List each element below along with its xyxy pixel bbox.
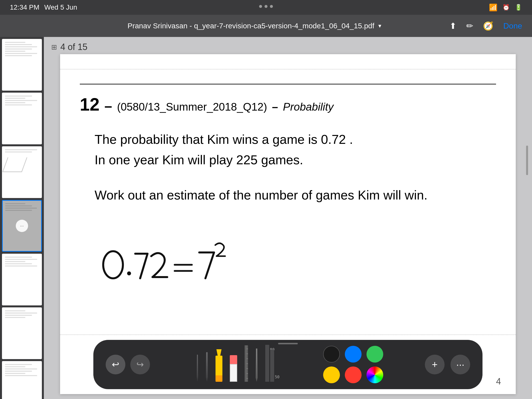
navigation-button[interactable]: 🧭 (483, 21, 493, 31)
thumb-line (5, 371, 32, 372)
status-left: 12:34 PM Wed 5 Jun (10, 3, 77, 11)
question-body: The probability that Kim wins a game is … (80, 129, 496, 170)
medium-pen-shape (206, 352, 208, 382)
sidebar-thumb-1[interactable] (2, 39, 42, 91)
title-chevron-icon[interactable]: ▾ (378, 22, 381, 29)
thumb-content-4: ··· (3, 201, 41, 251)
highlighter-body (216, 356, 222, 375)
thumb-lines-1 (5, 42, 39, 88)
title-bar: Pranav Srinivasan - q_year-7-revision-ca… (0, 15, 532, 37)
thumb-line (5, 315, 32, 316)
scale-ruler-tool[interactable]: 80 50 (265, 347, 274, 382)
dotted-line-top (60, 69, 516, 69)
eraser-tool[interactable] (230, 347, 237, 382)
svg-point-0 (103, 251, 123, 278)
pdf-page-number: 4 (496, 376, 501, 387)
answer-area (80, 225, 496, 289)
sidebar-thumb-2[interactable] (2, 93, 42, 144)
drag-handle[interactable] (278, 343, 298, 344)
thumb-dots-icon: ··· (16, 220, 28, 232)
ruler-mark (247, 378, 248, 379)
highlighter-tool[interactable] (216, 347, 222, 382)
task-text: Work out an estimate of the number of ga… (95, 185, 481, 205)
thumb-line (5, 259, 37, 260)
question-dash2: – (272, 101, 278, 113)
thumb-shape (2, 157, 27, 172)
highlighter-tip (216, 349, 222, 356)
color-black[interactable] (323, 346, 340, 363)
add-tool-button[interactable]: + (425, 355, 445, 374)
pdf-area: ⊞ 4 of 15 12 – (0580/13_Summer_2018_Q12)… (44, 37, 532, 399)
thumb-content-6 (2, 308, 41, 359)
ruler-mark (247, 354, 248, 354)
alarm-icon: ⏰ (502, 4, 510, 11)
thumb-line (5, 263, 32, 264)
thumb-line (5, 375, 37, 376)
sidebar-thumb-4[interactable]: ··· (2, 200, 42, 252)
color-row-1 (323, 346, 383, 363)
question-task: Work out an estimate of the number of ga… (80, 185, 496, 205)
thumb-content-5 (2, 254, 41, 305)
dot-1 (259, 5, 262, 8)
thumb-line (5, 364, 32, 365)
medium-pen-tool[interactable] (206, 347, 208, 382)
thumb-line (5, 49, 32, 50)
page-content: 12 – (0580/13_Summer_2018_Q12) – Probabi… (60, 69, 516, 304)
color-yellow[interactable] (323, 366, 340, 383)
scale-label-50: 50 (275, 375, 280, 379)
color-blue[interactable] (345, 346, 362, 363)
thumb-lines-2 (5, 96, 39, 141)
thumb-content-3 (2, 147, 41, 198)
date: Wed 5 Jun (44, 3, 77, 11)
thumb-line (5, 266, 37, 266)
eraser-top (230, 355, 237, 364)
sidebar-thumb-3[interactable] (2, 146, 42, 198)
done-button[interactable]: Done (503, 21, 522, 31)
thumb-content-2 (2, 93, 41, 144)
share-button[interactable]: ⬆ (449, 21, 456, 31)
title-center[interactable]: Pranav Srinivasan - q_year-7-revision-ca… (128, 22, 381, 30)
sidebar-thumb-5[interactable] (2, 254, 42, 305)
thumb-line (5, 366, 25, 367)
toolbar-right: + ··· (425, 355, 470, 374)
highlighter-cap (216, 375, 222, 382)
main-layout: ··· (0, 37, 532, 399)
thin-pen-tool[interactable] (197, 347, 198, 382)
dotted-line-bottom (60, 334, 516, 335)
sidebar-thumb-7[interactable] (2, 361, 42, 399)
ruler-shape (245, 345, 248, 382)
thin-pen-shape (197, 355, 198, 382)
sidebar: ··· (0, 37, 44, 399)
page-thumbnail-icon: ⊞ (51, 43, 57, 51)
color-red[interactable] (345, 366, 362, 383)
color-multicolor[interactable] (366, 366, 383, 383)
thumb-line (5, 310, 25, 311)
svg-point-1 (127, 271, 131, 275)
more-options-button[interactable]: ··· (450, 355, 470, 374)
thumb-line (5, 46, 37, 47)
eraser-body (230, 364, 237, 382)
color-green[interactable] (366, 346, 383, 363)
title-actions: ⬆ ✏ 🧭 Done (449, 21, 522, 31)
ruler-mark (247, 373, 248, 374)
question-number: 12 (80, 94, 100, 115)
thumb-line (5, 151, 32, 152)
redo-button[interactable]: ↩ (130, 355, 150, 374)
dot-3 (270, 5, 273, 8)
thumb-content-7 (2, 362, 41, 399)
body-line-1: The probability that Kim wins a game is … (95, 129, 481, 150)
ruler-mark (247, 368, 248, 369)
question-dash1: – (104, 98, 112, 114)
thumb-lines-7 (5, 364, 39, 399)
pencil-tool[interactable] (255, 347, 258, 382)
thumb-line (5, 98, 25, 99)
scale-ruler-body-2: 50 (270, 350, 274, 382)
question-header: 12 – (0580/13_Summer_2018_Q12) – Probabi… (80, 84, 496, 115)
color-row-2 (323, 366, 383, 383)
undo-button[interactable]: ↩ (106, 355, 125, 374)
ruler-tool[interactable] (245, 347, 248, 382)
markup-button[interactable]: ✏ (466, 21, 473, 31)
scrollbar[interactable] (526, 146, 528, 175)
sidebar-thumb-6[interactable] (2, 307, 42, 359)
status-bar: 12:34 PM Wed 5 Jun 📶 ⏰ 🔋 (0, 0, 532, 15)
